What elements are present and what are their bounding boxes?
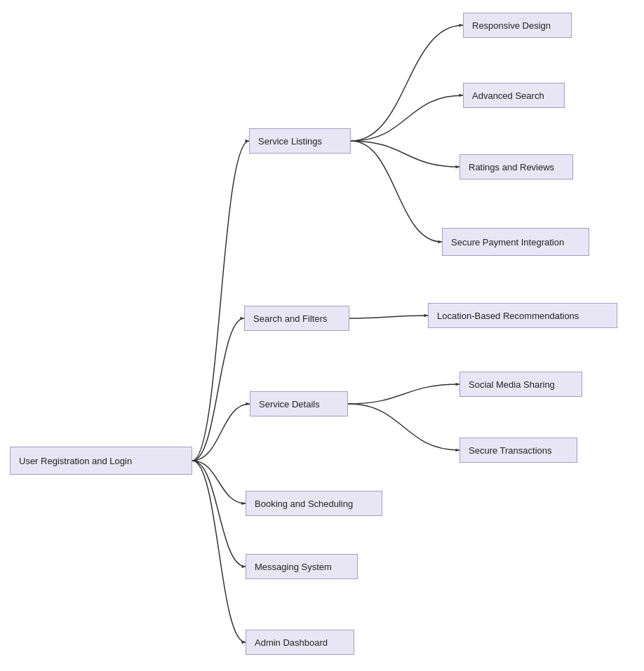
node-advanced_search: Advanced Search: [463, 83, 565, 108]
node-service_listings: Service Listings: [249, 128, 351, 154]
node-admin: Admin Dashboard: [246, 630, 354, 655]
connection-service_listings-secure_payment: [351, 141, 442, 242]
node-booking: Booking and Scheduling: [246, 491, 382, 516]
node-social_media: Social Media Sharing: [459, 372, 582, 397]
connection-service_details-secure_transactions: [348, 404, 459, 450]
connection-root-search_filters: [192, 318, 244, 461]
connection-service_listings-responsive: [351, 25, 463, 141]
connection-root-admin: [192, 461, 246, 642]
node-search_filters: Search and Filters: [244, 306, 349, 331]
diagram-container: User Registration and LoginService Listi…: [0, 0, 644, 671]
connection-root-booking: [192, 461, 246, 503]
connection-service_details-social_media: [348, 384, 459, 404]
node-service_details: Service Details: [250, 391, 348, 416]
node-secure_transactions: Secure Transactions: [459, 438, 577, 463]
node-ratings: Ratings and Reviews: [459, 154, 573, 179]
connection-search_filters-location: [349, 316, 428, 318]
connection-service_listings-advanced_search: [351, 95, 463, 141]
connection-root-service_details: [192, 404, 250, 461]
connection-service_listings-ratings: [351, 141, 459, 167]
connection-root-messaging: [192, 461, 246, 567]
node-secure_payment: Secure Payment Integration: [442, 228, 589, 256]
node-root: User Registration and Login: [10, 447, 192, 475]
node-responsive: Responsive Design: [463, 13, 572, 38]
connection-root-service_listings: [192, 141, 249, 461]
node-location: Location-Based Recommendations: [428, 303, 617, 328]
node-messaging: Messaging System: [246, 554, 358, 579]
